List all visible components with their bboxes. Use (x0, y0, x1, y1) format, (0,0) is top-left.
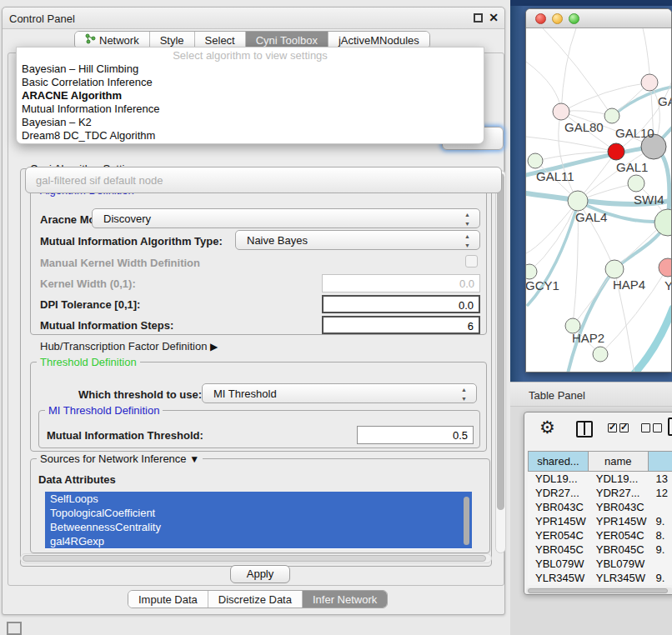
column-header-shared[interactable]: shared... (528, 451, 589, 472)
tab-select[interactable]: Select (195, 32, 246, 48)
network-node-label: SWI4 (634, 192, 664, 207)
close-traffic-light-icon[interactable] (535, 13, 546, 24)
attributes-scrollbar[interactable] (464, 497, 469, 545)
network-node-label: HAP2 (572, 331, 604, 345)
network-node-label: Y (664, 278, 672, 292)
bottom-tab-infer-network[interactable]: Infer Network (303, 591, 387, 608)
network-canvas[interactable]: GALGAL80GAL10GAL1GAL11SWI4GAL4GCY1HAP4YH… (526, 28, 672, 372)
table-row[interactable]: YBR043CYBR043C (528, 500, 672, 514)
table-row[interactable]: YBL079WYBL079W (528, 557, 672, 571)
float-window-icon[interactable] (474, 13, 483, 22)
network-edge[interactable] (561, 28, 576, 112)
network-node[interactable] (553, 103, 569, 120)
tab-style[interactable]: Style (150, 32, 195, 48)
table-row[interactable]: YLR345WYLR345W9. (528, 571, 672, 585)
scrollbar-thumb[interactable] (23, 555, 486, 562)
table-row[interactable]: YDL19...YDL19...13 (528, 472, 672, 486)
network-edge[interactable] (573, 269, 614, 326)
table-row[interactable]: YDR27...YDR27...12 (528, 486, 672, 500)
network-edge-highlighted[interactable] (634, 308, 672, 372)
table-cell: YBR045C (589, 542, 649, 557)
tab-jactivemnodules[interactable]: jActiveMNodules (328, 32, 429, 48)
table-row[interactable]: YER054CYER054C8. (528, 528, 672, 542)
minimized-panel-icon[interactable] (7, 622, 22, 635)
network-edge[interactable] (529, 201, 578, 272)
table-toolbar: ⚙ (524, 412, 672, 449)
network-node[interactable] (659, 258, 672, 277)
manual-kernel-checkbox[interactable] (465, 255, 478, 268)
network-node-label: GAL1 (616, 160, 648, 174)
data-attributes-label: Data Attributes (38, 473, 116, 486)
table-row[interactable]: YPR145WYPR145W9. (528, 514, 672, 528)
hub-definition-toggle[interactable]: Hub/Transcription Factor Definition ▶ (40, 340, 218, 352)
tab-network[interactable]: Network (75, 32, 150, 48)
data-attributes-list[interactable]: SelfLoopsTopologicalCoefficientBetweenne… (45, 492, 472, 549)
attribute-item-betweennesscentrality[interactable]: BetweennessCentrality (45, 520, 472, 534)
minimize-traffic-light-icon[interactable] (552, 13, 563, 24)
table-cell: YDR27... (528, 486, 589, 500)
gear-icon[interactable]: ⚙ (539, 418, 555, 438)
stepper-icon (488, 132, 495, 146)
attribute-item-gal4rgexp[interactable]: gal4RGexp (45, 534, 472, 548)
deselect-all-checkboxes-icon[interactable] (641, 423, 662, 432)
chevron-down-icon: ▼ (189, 453, 199, 465)
attribute-item-selfloops[interactable]: SelfLoops (45, 492, 472, 506)
table-horizontal-scrollbar[interactable] (526, 588, 672, 594)
scrollbar-thumb[interactable] (497, 173, 504, 510)
dropdown-item-aracne-algorithm[interactable]: ARACNE Algorithm (17, 89, 484, 102)
kernel-width-field[interactable]: 0.0 (322, 274, 480, 292)
mi-steps-field[interactable]: 6 (322, 316, 480, 334)
network-node[interactable] (604, 108, 619, 123)
function-builder-icon[interactable] (668, 418, 672, 436)
network-edge[interactable] (561, 82, 649, 112)
zoom-traffic-light-icon[interactable] (569, 13, 579, 24)
network-edge[interactable] (526, 137, 616, 152)
settings-vertical-scrollbar[interactable] (495, 170, 506, 553)
settings-horizontal-scrollbar[interactable] (20, 553, 492, 563)
select-all-checkboxes-icon[interactable] (608, 423, 629, 432)
network-node[interactable] (528, 153, 543, 168)
network-node[interactable] (593, 347, 608, 362)
mi-algorithm-type-combo[interactable]: Naive Bayes (235, 230, 480, 250)
dropdown-item-bayesian-hill-climbing[interactable]: Bayesian – Hill Climbing (17, 62, 484, 76)
column-header-cut[interactable] (649, 451, 672, 472)
mutual-information-threshold-field[interactable]: 0.5 (357, 426, 474, 444)
network-node[interactable] (568, 191, 588, 211)
which-threshold-value: MI Threshold (213, 388, 277, 400)
attribute-item-topologicalcoefficient[interactable]: TopologicalCoefficient (45, 506, 472, 520)
close-icon[interactable]: ✕ (489, 11, 499, 24)
screen: Control Panel ✕ NetworkStyleSelectCyni T… (0, 0, 672, 635)
dropdown-item-bayesian-k2[interactable]: Bayesian – K2 (17, 116, 484, 129)
apply-button[interactable]: Apply (230, 565, 290, 583)
dpi-tolerance-label: DPI Tolerance [0,1]: (40, 298, 140, 311)
network-node-label: GAL (658, 94, 672, 108)
network-edge[interactable] (543, 28, 612, 116)
column-header-name[interactable]: name (589, 451, 649, 472)
table-row[interactable]: YBR045CYBR045C9. (528, 542, 672, 557)
network-node[interactable] (526, 264, 537, 279)
network-edge[interactable] (526, 62, 561, 112)
sources-title[interactable]: Sources for Network Inference ▼ (37, 452, 203, 465)
network-node[interactable] (605, 260, 624, 278)
dpi-tolerance-field[interactable]: 0.0 (322, 295, 480, 313)
sources-title-text: Sources for Network Inference (40, 452, 187, 465)
network-node[interactable] (654, 209, 672, 236)
tab-cyni-toolbox[interactable]: Cyni Toolbox (246, 32, 328, 48)
network-node[interactable] (628, 175, 644, 192)
network-node[interactable] (608, 143, 624, 160)
table-cell (649, 557, 672, 571)
network-node[interactable] (641, 74, 658, 91)
desktop-left-shade (510, 6, 524, 382)
network-data-combo[interactable]: gal-filtered sif default node (25, 167, 502, 193)
scrollbar-thumb[interactable] (528, 588, 668, 593)
aracne-mode-combo[interactable]: Discovery (92, 208, 480, 228)
dropdown-item-dream8-dc-tdc-algorithm[interactable]: Dream8 DC_TDC Algorithm (17, 129, 484, 142)
dropdown-item-basic-correlation-inference[interactable]: Basic Correlation Inference (17, 76, 484, 89)
dropdown-item-mutual-information-inference[interactable]: Mutual Information Inference (17, 102, 484, 116)
columns-icon[interactable] (576, 421, 593, 438)
bottom-tab-discretize-data[interactable]: Discretize Data (208, 591, 303, 608)
table-panel-titlebar: Table Panel (510, 382, 672, 407)
table-cell: YBL079W (589, 557, 649, 571)
which-threshold-combo[interactable]: MI Threshold (202, 383, 477, 403)
bottom-tab-impute-data[interactable]: Impute Data (128, 591, 208, 608)
